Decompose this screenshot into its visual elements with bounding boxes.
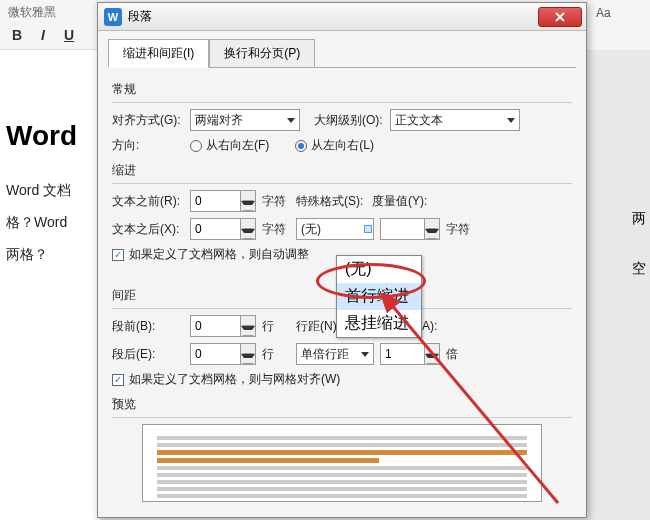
indent-before-spinner[interactable] [190,190,256,212]
measure-label: 度量值(Y): [372,193,430,210]
measure-input[interactable] [380,218,424,240]
group-preview-label: 预览 [112,396,572,413]
dropdown-option-none[interactable]: (无) [337,256,421,283]
background-document: Word Word 文档 格？Word 两格？ [0,50,100,520]
doc-heading: Word [6,120,94,152]
outline-combo[interactable]: 正文文本 [390,109,520,131]
measure-spinner[interactable] [380,218,440,240]
special-format-combo[interactable]: (无) [296,218,374,240]
chevron-down-icon [287,118,295,123]
indent-before-label: 文本之前(R): [112,193,184,210]
indent-after-spinner[interactable] [190,218,256,240]
dropdown-option-first-line-indent[interactable]: 首行缩进 [337,283,421,310]
spin-up[interactable] [241,191,255,201]
chevron-down-icon [361,352,369,357]
bold-button[interactable]: B [8,27,26,43]
group-general-label: 常规 [112,81,572,98]
italic-button[interactable]: I [34,27,52,43]
space-after-spinner[interactable] [190,343,256,365]
tab-line-page-breaks[interactable]: 换行和分页(P) [209,39,315,68]
setval-spinner[interactable] [380,343,440,365]
spin-down[interactable] [241,201,255,211]
indent-grid-checkbox[interactable]: ✓ 如果定义了文档网格，则自动调整 [112,246,309,263]
linespace-combo[interactable]: 单倍行距 [296,343,374,365]
paragraph-dialog: W 段落 缩进和间距(I) 换行和分页(P) 常规 对齐方式(G): 两端对齐 … [97,2,587,518]
space-after-label: 段后(E): [112,346,184,363]
indent-after-label: 文本之后(X): [112,221,184,238]
group-indent-label: 缩进 [112,162,572,179]
direction-rtl-radio[interactable]: 从右向左(F) [190,137,269,154]
dialog-titlebar[interactable]: W 段落 [98,3,586,31]
radio-checked-icon [295,140,307,152]
chevron-down-icon [507,118,515,123]
outline-label: 大纲级别(O): [314,112,384,129]
bg-right-panel: Aa [590,0,650,50]
underline-button[interactable]: U [60,27,78,43]
space-before-spinner[interactable] [190,315,256,337]
special-label: 特殊格式(S): [296,193,366,210]
dropdown-option-hanging-indent[interactable]: 悬挂缩进 [337,310,421,337]
checkbox-checked-icon: ✓ [112,249,124,261]
alignment-label: 对齐方式(G): [112,112,184,129]
direction-label: 方向: [112,137,184,154]
direction-ltr-radio[interactable]: 从左向右(L) [295,137,374,154]
close-button[interactable] [538,7,582,27]
close-icon [555,12,565,22]
indent-before-input[interactable] [190,190,240,212]
preview-box [142,424,542,502]
chevron-down-icon [364,225,372,233]
special-format-dropdown[interactable]: (无) 首行缩进 悬挂缩进 [336,255,422,338]
radio-icon [190,140,202,152]
app-icon: W [104,8,122,26]
tab-indent-spacing[interactable]: 缩进和间距(I) [108,39,209,68]
dialog-title: 段落 [128,8,538,25]
spacing-grid-checkbox[interactable]: ✓ 如果定义了文档网格，则与网格对齐(W) [112,371,340,388]
checkbox-checked-icon: ✓ [112,374,124,386]
space-before-label: 段前(B): [112,318,184,335]
indent-after-input[interactable] [190,218,240,240]
alignment-combo[interactable]: 两端对齐 [190,109,300,131]
